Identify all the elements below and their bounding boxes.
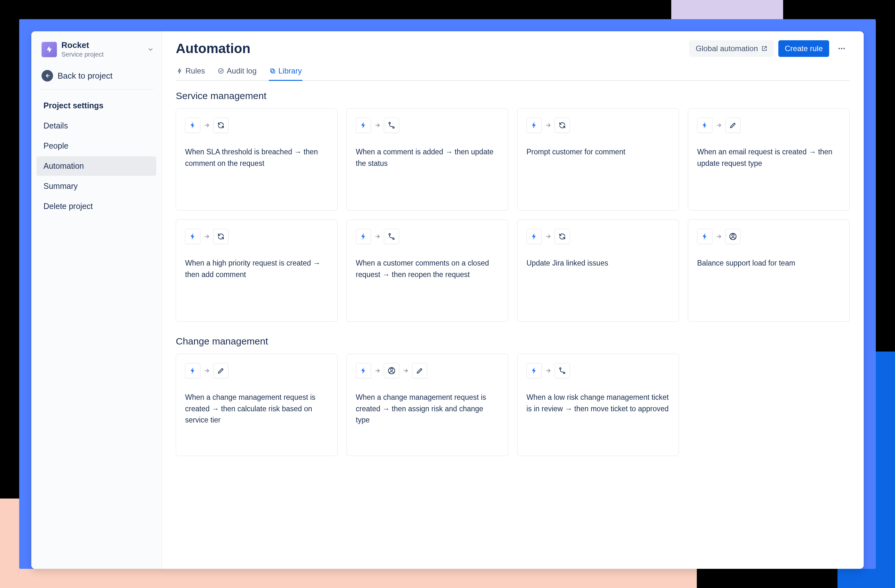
more-actions-button[interactable] — [834, 41, 849, 56]
icon-row — [697, 229, 840, 244]
icon-row — [185, 229, 328, 244]
section-title: Service management — [176, 91, 849, 101]
refresh-icon — [555, 118, 570, 133]
sidebar-item-people[interactable]: People — [36, 136, 156, 156]
check-circle-icon — [218, 68, 224, 74]
project-subtitle: Service project — [61, 50, 143, 59]
bolt-icon — [185, 118, 200, 133]
tab-label: Library — [278, 67, 302, 76]
bolt-icon — [526, 363, 542, 378]
tab-rules[interactable]: Rules — [176, 67, 206, 81]
icon-row — [356, 229, 499, 244]
tab-label: Audit log — [227, 67, 256, 76]
sidebar-item-automation[interactable]: Automation — [36, 156, 156, 176]
arrow-right-icon — [545, 368, 551, 374]
svg-point-3 — [218, 69, 223, 74]
back-label: Back to project — [58, 71, 112, 81]
automation-template-card[interactable]: When a low risk change management ticket… — [517, 354, 679, 456]
bolt-icon — [526, 118, 542, 133]
bolt-icon — [697, 229, 713, 244]
arrow-right-icon — [716, 122, 722, 129]
sidebar-item-project-settings: Project settings — [36, 96, 156, 115]
arrow-left-icon — [41, 70, 53, 82]
chevron-down-icon — [147, 46, 154, 53]
automation-template-card[interactable]: Balance support load for team — [688, 220, 849, 322]
create-rule-button[interactable]: Create rule — [778, 40, 829, 57]
refresh-icon — [213, 229, 229, 244]
sidebar: Rocket Service project Back to project P… — [31, 31, 162, 569]
global-automation-button[interactable]: Global automation — [689, 40, 774, 57]
svg-rect-4 — [272, 70, 275, 73]
arrow-right-icon — [203, 122, 210, 129]
arrow-right-icon — [203, 368, 210, 374]
global-automation-label: Global automation — [696, 44, 758, 53]
sidebar-item-details[interactable]: Details — [36, 116, 156, 135]
automation-template-card[interactable]: When a change management request is crea… — [346, 354, 508, 456]
topbar: Automation Global automation Create rule — [176, 40, 849, 57]
svg-point-1 — [841, 48, 842, 49]
sidebar-item-delete-project[interactable]: Delete project — [36, 197, 156, 216]
card-description: When a high priority request is created … — [185, 258, 328, 280]
section-title: Change management — [176, 336, 849, 347]
card-description: When a low risk change management ticket… — [526, 392, 670, 414]
svg-point-10 — [732, 234, 734, 236]
divider — [39, 89, 154, 89]
icon-row — [185, 118, 328, 133]
card-description: Prompt customer for comment — [526, 146, 670, 158]
automation-template-card[interactable]: When an email request is created → then … — [688, 108, 849, 211]
branch-icon — [384, 118, 399, 133]
icon-row — [526, 118, 670, 133]
project-switcher[interactable]: Rocket Service project — [31, 40, 161, 64]
nav-list: Project settingsDetailsPeopleAutomationS… — [31, 96, 161, 216]
bolt-icon — [185, 229, 200, 244]
arrow-right-icon — [374, 122, 381, 129]
external-link-icon — [761, 45, 768, 52]
refresh-icon — [555, 229, 570, 244]
svg-point-8 — [389, 233, 391, 235]
project-avatar-icon — [41, 42, 57, 57]
tab-library[interactable]: Library — [269, 67, 302, 81]
back-to-project[interactable]: Back to project — [31, 64, 161, 89]
bolt-icon — [185, 363, 200, 378]
svg-point-9 — [393, 238, 394, 240]
sidebar-item-summary[interactable]: Summary — [36, 176, 156, 196]
icon-row — [526, 363, 670, 378]
bolt-icon — [356, 229, 371, 244]
card-description: When a customer comments on a closed req… — [356, 258, 499, 280]
bolt-icon — [526, 229, 542, 244]
automation-template-card[interactable]: When a change management request is crea… — [176, 354, 338, 456]
automation-template-card[interactable]: When a comment is added → then update th… — [346, 108, 508, 211]
automation-template-card[interactable]: When SLA threshold is breached → then co… — [176, 108, 338, 211]
user-icon — [384, 363, 399, 378]
arrow-right-icon — [374, 233, 381, 240]
automation-template-card[interactable]: Update Jira linked issues — [517, 220, 679, 322]
branch-icon — [384, 229, 399, 244]
arrow-right-icon — [545, 122, 551, 129]
arrow-right-icon — [402, 368, 409, 374]
branch-icon — [555, 363, 570, 378]
refresh-icon — [213, 118, 229, 133]
tabs: RulesAudit logLibrary — [176, 66, 849, 81]
card-description: When an email request is created → then … — [697, 146, 840, 169]
card-grid: When SLA threshold is breached → then co… — [176, 108, 849, 322]
tab-audit[interactable]: Audit log — [217, 67, 257, 81]
card-description: Balance support load for team — [697, 258, 840, 269]
icon-row — [697, 118, 840, 133]
icon-row — [185, 363, 328, 378]
arrow-right-icon — [374, 368, 381, 374]
arrow-right-icon — [545, 233, 551, 240]
automation-template-card[interactable]: When a customer comments on a closed req… — [346, 220, 508, 322]
bolt-icon — [356, 118, 371, 133]
icon-row — [526, 229, 670, 244]
svg-rect-5 — [270, 69, 274, 72]
svg-point-15 — [564, 372, 565, 374]
automation-template-card[interactable]: Prompt customer for comment — [517, 108, 679, 211]
icon-row — [356, 363, 499, 378]
card-description: Update Jira linked issues — [526, 258, 670, 269]
svg-point-14 — [560, 368, 561, 370]
automation-template-card[interactable]: When a high priority request is created … — [176, 220, 338, 322]
edit-icon — [412, 363, 427, 378]
bolt-icon — [356, 363, 371, 378]
card-grid: When a change management request is crea… — [176, 354, 849, 456]
arrow-right-icon — [203, 233, 210, 240]
